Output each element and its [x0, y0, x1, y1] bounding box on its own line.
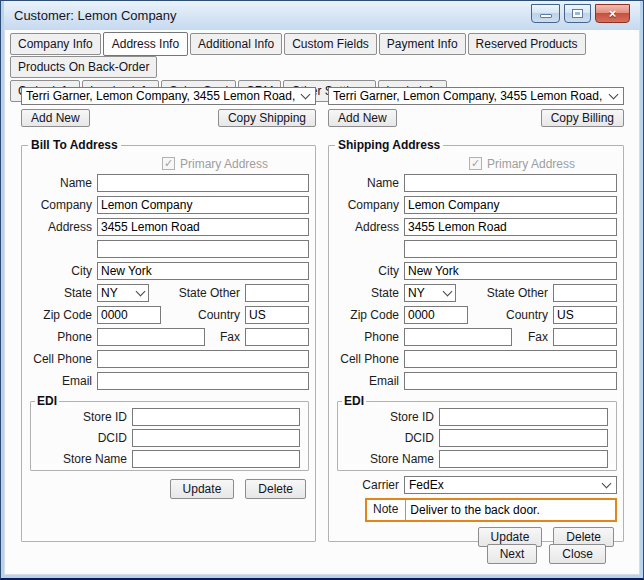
billing-city-input[interactable] [97, 262, 309, 280]
billing-state-other-input[interactable] [245, 284, 309, 302]
billing-phone-label: Phone [22, 330, 92, 344]
footer-buttons: Next Close [487, 544, 606, 564]
shipping-cell-phone-input[interactable] [404, 350, 617, 368]
tab-row-1: Company InfoAddress InfoAdditional InfoC… [10, 32, 634, 78]
window-controls: × [531, 4, 630, 23]
billing-delete-button[interactable]: Delete [245, 479, 306, 499]
carrier-select[interactable]: FedEx [404, 476, 617, 494]
shipping-state-other-input[interactable] [553, 284, 617, 302]
tab-address-info[interactable]: Address Info [103, 32, 188, 56]
shipping-dcid-input[interactable] [439, 429, 608, 447]
billing-column: Terri Garner, Lemon Company, 3455 Lemon … [21, 87, 316, 542]
billing-address2-input[interactable] [97, 240, 309, 258]
chevron-down-icon [609, 89, 619, 99]
billing-store-name-input[interactable] [132, 450, 300, 468]
carrier-value: FedEx [409, 478, 599, 492]
billing-phone-input[interactable] [97, 328, 205, 346]
shipping-zip-input[interactable] [404, 306, 468, 324]
billing-zip-input[interactable] [97, 306, 161, 324]
billing-address-label: Address [22, 220, 92, 234]
shipping-store-name-label: Store Name [338, 452, 434, 466]
shipping-city-label: City [329, 264, 399, 278]
shipping-edi-group: EDI Store ID DCID Store Name [337, 394, 617, 471]
minimize-button[interactable] [531, 4, 560, 23]
carrier-label: Carrier [329, 478, 399, 492]
close-dialog-button[interactable]: Close [549, 544, 606, 564]
billing-zip-label: Zip Code [22, 308, 92, 322]
minimize-icon [540, 14, 552, 18]
billing-update-button[interactable]: Update [170, 479, 235, 499]
shipping-company-input[interactable] [404, 196, 617, 214]
billing-address-selector[interactable]: Terri Garner, Lemon Company, 3455 Lemon … [21, 87, 316, 105]
tab-products-on-back-order[interactable]: Products On Back-Order [10, 56, 157, 78]
copy-shipping-button[interactable]: Copy Shipping [218, 109, 316, 127]
billing-primary-address-checkbox[interactable]: ✓ [162, 157, 175, 170]
next-button[interactable]: Next [487, 544, 538, 564]
tab-payment-info[interactable]: Payment Info [379, 33, 466, 55]
shipping-store-name-input[interactable] [439, 450, 608, 468]
billing-company-label: Company [22, 198, 92, 212]
shipping-phone-input[interactable] [404, 328, 512, 346]
billing-state-select[interactable]: NY [97, 284, 149, 302]
billing-address1-input[interactable] [97, 218, 309, 236]
shipping-store-id-input[interactable] [439, 408, 608, 426]
tab-company-info[interactable]: Company Info [10, 33, 101, 55]
billing-cell-phone-label: Cell Phone [22, 352, 92, 366]
tab-reserved-products[interactable]: Reserved Products [468, 33, 586, 55]
shipping-address-title: Shipping Address [335, 138, 443, 152]
chevron-down-icon [443, 286, 453, 296]
shipping-name-input[interactable] [404, 174, 617, 192]
close-button[interactable]: × [595, 4, 630, 23]
tab-custom-fields[interactable]: Custom Fields [284, 33, 377, 55]
bill-to-address-group: Bill To Address ✓ Primary Address Name C… [21, 138, 316, 542]
window-title: Customer: Lemon Company [14, 8, 531, 23]
shipping-primary-address-checkbox[interactable]: ✓ [469, 157, 482, 170]
shipping-country-input[interactable] [553, 306, 617, 324]
shipping-fax-label: Fax [512, 330, 548, 344]
shipping-address1-input[interactable] [404, 218, 617, 236]
tab-additional-info[interactable]: Additional Info [190, 33, 282, 55]
shipping-dcid-label: DCID [338, 431, 434, 445]
billing-store-id-input[interactable] [132, 408, 300, 426]
shipping-column: Terri Garner, Lemon Company, 3455 Lemon … [328, 87, 624, 542]
copy-billing-button[interactable]: Copy Billing [541, 109, 624, 127]
maximize-button[interactable] [564, 4, 591, 23]
close-icon: × [609, 6, 617, 21]
shipping-address2-input[interactable] [404, 240, 617, 258]
shipping-city-input[interactable] [404, 262, 617, 280]
note-input[interactable] [405, 500, 615, 520]
chevron-down-icon [602, 478, 612, 488]
billing-email-input[interactable] [97, 372, 309, 390]
shipping-store-id-label: Store ID [338, 410, 434, 424]
shipping-name-label: Name [329, 176, 399, 190]
maximize-icon [572, 9, 583, 18]
shipping-address-selector[interactable]: Terri Garner, Lemon Company, 3455 Lemon … [328, 87, 624, 105]
billing-add-new-button[interactable]: Add New [21, 109, 90, 127]
shipping-email-input[interactable] [404, 372, 617, 390]
shipping-add-new-button[interactable]: Add New [328, 109, 397, 127]
billing-company-input[interactable] [97, 196, 309, 214]
titlebar: Customer: Lemon Company × [4, 1, 640, 30]
billing-cell-phone-input[interactable] [97, 350, 309, 368]
bill-to-address-title: Bill To Address [28, 138, 121, 152]
shipping-state-other-label: State Other [456, 286, 548, 300]
billing-dcid-input[interactable] [132, 429, 300, 447]
billing-name-input[interactable] [97, 174, 309, 192]
shipping-state-select[interactable]: NY [404, 284, 456, 302]
shipping-state-label: State [329, 286, 399, 300]
billing-fax-input[interactable] [245, 328, 309, 346]
billing-name-label: Name [22, 176, 92, 190]
billing-store-id-label: Store ID [31, 410, 127, 424]
chevron-down-icon [136, 286, 146, 296]
billing-store-name-label: Store Name [31, 452, 127, 466]
shipping-address-label: Address [329, 220, 399, 234]
billing-country-input[interactable] [245, 306, 309, 324]
billing-edi-title: EDI [35, 394, 59, 408]
billing-country-label: Country [161, 308, 240, 322]
billing-email-label: Email [22, 374, 92, 388]
shipping-fax-input[interactable] [553, 328, 617, 346]
shipping-country-label: Country [468, 308, 548, 322]
shipping-edi-title: EDI [342, 394, 366, 408]
note-field-highlight: Note [365, 498, 617, 522]
billing-state-other-label: State Other [149, 286, 240, 300]
